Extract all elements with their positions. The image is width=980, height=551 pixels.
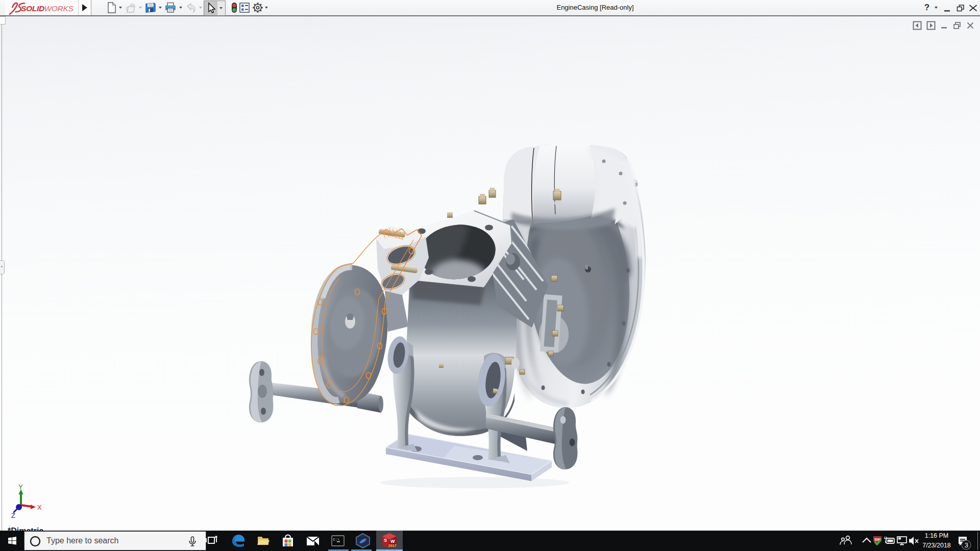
- svg-text:W: W: [390, 539, 395, 544]
- svg-text:X: X: [37, 504, 42, 511]
- svg-text:3: 3: [965, 541, 968, 549]
- svg-text:2017: 2017: [388, 544, 397, 547]
- svg-text:S: S: [384, 538, 387, 543]
- svg-text:C:\: C:\: [333, 538, 340, 542]
- svg-text:Y: Y: [18, 483, 23, 491]
- svg-text:Z: Z: [11, 512, 15, 519]
